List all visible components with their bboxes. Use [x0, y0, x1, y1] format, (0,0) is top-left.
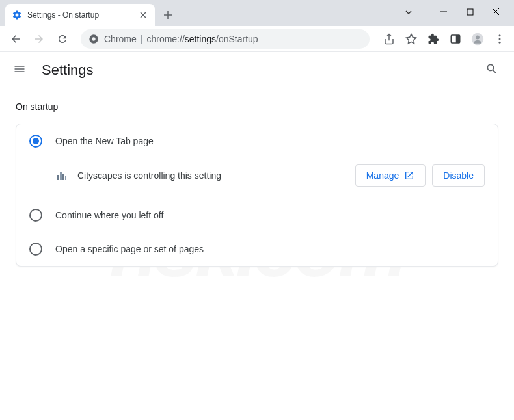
- disable-extension-button[interactable]: Disable: [432, 164, 485, 187]
- cityscape-extension-icon: [55, 169, 68, 182]
- side-panel-icon[interactable]: [449, 33, 462, 46]
- bookmark-star-icon[interactable]: [405, 33, 418, 46]
- maximize-button[interactable]: [465, 7, 475, 17]
- svg-rect-12: [60, 172, 62, 180]
- profile-avatar-icon[interactable]: [471, 33, 484, 46]
- open-external-icon: [404, 170, 414, 181]
- svg-rect-11: [57, 175, 59, 180]
- svg-point-10: [499, 41, 501, 43]
- new-tab-button[interactable]: [159, 6, 177, 24]
- page-title: Settings: [42, 62, 472, 79]
- radio-selected-icon[interactable]: [29, 135, 42, 148]
- tab-search-chevron-icon[interactable]: [404, 8, 413, 20]
- option-new-tab[interactable]: Open the New Tab page: [16, 124, 498, 158]
- close-tab-icon[interactable]: [138, 10, 148, 20]
- option-label: Open a specific page or set of pages: [55, 244, 204, 254]
- settings-header: Settings: [0, 52, 514, 88]
- svg-point-7: [476, 35, 480, 39]
- section-title: On startup: [16, 101, 498, 112]
- hamburger-menu-icon[interactable]: [13, 62, 29, 78]
- extension-message: Cityscapes is controlling this setting: [77, 170, 346, 181]
- svg-rect-13: [62, 174, 64, 180]
- address-text: Chrome | chrome://settings/onStartup: [104, 34, 258, 44]
- minimize-button[interactable]: [439, 7, 449, 17]
- svg-marker-3: [407, 34, 416, 43]
- svg-point-2: [92, 37, 95, 40]
- forward-button[interactable]: [29, 29, 49, 49]
- share-icon[interactable]: [383, 33, 396, 46]
- tab-title: Settings - On startup: [27, 10, 133, 20]
- window-controls: [426, 0, 514, 23]
- browser-tab[interactable]: Settings - On startup: [5, 4, 155, 26]
- manage-extension-button[interactable]: Manage: [355, 164, 426, 187]
- address-omnibox[interactable]: Chrome | chrome://settings/onStartup: [81, 29, 370, 49]
- back-button[interactable]: [5, 29, 26, 49]
- option-specific-pages[interactable]: Open a specific page or set of pages: [16, 232, 498, 266]
- settings-gear-icon: [12, 10, 22, 20]
- extension-notice: Cityscapes is controlling this setting M…: [16, 158, 498, 198]
- radio-unselected-icon[interactable]: [29, 243, 42, 256]
- svg-rect-0: [467, 9, 473, 15]
- reload-button[interactable]: [52, 29, 73, 49]
- chrome-icon: [88, 34, 99, 44]
- close-window-button[interactable]: [491, 7, 501, 17]
- content-area: On startup Open the New Tab page Citysca…: [0, 88, 514, 280]
- svg-rect-5: [456, 35, 460, 43]
- svg-point-9: [499, 38, 501, 40]
- option-continue[interactable]: Continue where you left off: [16, 198, 498, 232]
- search-icon[interactable]: [485, 62, 501, 78]
- svg-point-8: [499, 34, 501, 36]
- radio-unselected-icon[interactable]: [29, 209, 42, 222]
- option-label: Open the New Tab page: [55, 136, 154, 146]
- address-bar: Chrome | chrome://settings/onStartup: [0, 26, 514, 52]
- option-label: Continue where you left off: [55, 210, 163, 220]
- extensions-puzzle-icon[interactable]: [427, 33, 440, 46]
- chrome-menu-icon[interactable]: [493, 33, 506, 46]
- svg-rect-14: [65, 176, 66, 180]
- startup-options-card: Open the New Tab page Cityscapes is cont…: [16, 124, 498, 267]
